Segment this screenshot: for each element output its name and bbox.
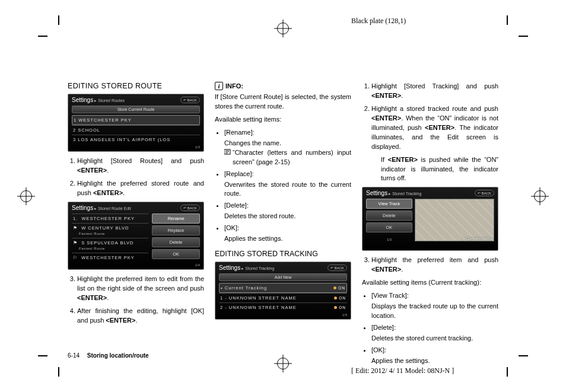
- bullet-item: [OK]: Applies the settings.: [371, 346, 498, 366]
- breadcrumb: ▸ Stored Tracking: [241, 266, 274, 270]
- registration-mark: [20, 190, 32, 202]
- section-title: Storing location/route: [87, 352, 149, 359]
- page-footer: 6-14 Storing location/route: [68, 352, 149, 359]
- page-number: 6-14: [68, 352, 80, 359]
- bullet-item: [View Track]: Displays the tracked route…: [371, 291, 498, 321]
- page-content: EDITING STORED ROUTE Settings ▸ Stored R…: [68, 82, 498, 355]
- list-item: ⚑ S SEPULVEDA BLVDFastest Route: [72, 238, 148, 253]
- list-item: 2 SCHOOL: [72, 125, 200, 135]
- column-2: i INFO: If [Store Current Route] is sele…: [215, 82, 351, 355]
- ok-button: OK: [152, 249, 200, 259]
- bullet-item: [Rename]: Changes the name. “Character (…: [224, 128, 351, 167]
- edit-info: [ Edit: 2012/ 4/ 11 Model: 08NJ-N ]: [351, 366, 454, 375]
- steps-list: Highlight the preferred item and push <E…: [362, 256, 498, 275]
- list-item: 1 WESTCHESTER PKY: [72, 115, 200, 125]
- step-item: Highlight a stored tracked route and pus…: [371, 104, 498, 184]
- bullet-list: [Rename]: Changes the name. “Character (…: [215, 128, 351, 244]
- bullet-list: [View Track]: Displays the tracked route…: [362, 291, 498, 366]
- crop-mark: [507, 15, 508, 25]
- list-item: 1. WESTCHESTER PKY: [72, 213, 148, 223]
- list-item: 3 LOS ANGELES INT'L AIRPORT (LOS: [72, 135, 200, 144]
- step-item: Highlight the preferred item to edit fro…: [77, 275, 204, 303]
- list-item: 2 - UNKNOWN STREET NAMEON: [219, 302, 347, 312]
- steps-list: Highlight [Stored Routes] and push <ENTE…: [68, 157, 204, 198]
- crop-mark: [507, 367, 508, 377]
- step-item: After finishing the editing, highlight […: [77, 307, 204, 326]
- bullet-item: [OK]: Applies the settings.: [224, 224, 351, 244]
- crop-mark: [519, 36, 528, 37]
- screen-title: Settings: [366, 190, 387, 196]
- crop-mark: [58, 367, 59, 377]
- crop-mark: [38, 355, 47, 356]
- screenshot-stored-routes: Settings ▸ Stored Routes ↶ BACK Store Cu…: [68, 94, 204, 152]
- info-body: If [Store Current Route] is selected, th…: [215, 93, 351, 111]
- available-label: Available setting items:: [215, 115, 351, 125]
- delete-button: Delete: [152, 237, 200, 247]
- delete-button: Delete: [366, 211, 412, 221]
- crop-mark: [38, 36, 47, 37]
- bullet-item: [Delete]: Deletes the stored route.: [224, 201, 351, 221]
- back-button: ↶ BACK: [180, 97, 200, 103]
- screenshot-stored-tracking-list: Settings ▸ Stored Tracking ↶ BACK Add Ne…: [215, 262, 351, 320]
- back-button: ↶ BACK: [180, 205, 200, 211]
- breadcrumb: ▸ Stored Route Edit: [94, 206, 131, 211]
- ok-button: OK: [366, 222, 412, 232]
- list-item: ⚑ W CENTURY BLVDFastest Route: [72, 223, 148, 238]
- registration-mark: [277, 358, 289, 369]
- screenshot-stored-route-edit: Settings ▸ Stored Route Edit ↶ BACK 1. W…: [68, 202, 204, 270]
- list-item: 1 - UNKNOWN STREET NAMEON: [219, 293, 347, 302]
- rename-button: Rename: [152, 213, 200, 224]
- heading-editing-stored-route: EDITING STORED ROUTE: [68, 82, 204, 90]
- screen-title: Settings: [219, 264, 240, 271]
- list-item: ⚐ WESTCHESTER PKY: [72, 253, 148, 262]
- info-label: INFO:: [225, 82, 243, 90]
- step-item: Highlight [Stored Routes] and push <ENTE…: [77, 157, 204, 176]
- step-item: Highlight the preferred stored route and…: [77, 179, 204, 198]
- screen-title: Settings: [72, 205, 93, 211]
- screen-page-indicator: 1/4: [72, 263, 200, 267]
- list-item: • Current TrackingON: [219, 283, 347, 293]
- step-item: Highlight the preferred item and push <E…: [371, 256, 498, 275]
- column-3: Highlight [Stored Tracking] and push <EN…: [362, 82, 498, 355]
- screen-page-indicator: 1/3: [366, 238, 412, 241]
- column-1: EDITING STORED ROUTE Settings ▸ Stored R…: [68, 82, 204, 355]
- available-label: Available setting items (Current trackin…: [362, 278, 498, 288]
- breadcrumb: ▸ Stored Routes: [94, 98, 125, 103]
- replace-button: Replace: [152, 225, 200, 235]
- steps-list: Highlight [Stored Tracking] and push <EN…: [362, 82, 498, 183]
- plate-label: Black plate (128,1): [351, 17, 406, 26]
- screen-page-indicator: 1/3: [72, 145, 200, 149]
- info-icon: i: [215, 82, 223, 90]
- step-item: Highlight [Stored Tracking] and push <EN…: [371, 82, 498, 101]
- view-track-button: View Track: [366, 199, 412, 209]
- steps-list: Highlight the preferred item to edit fro…: [68, 275, 204, 326]
- reference-icon: [224, 149, 231, 155]
- registration-mark: [534, 190, 546, 202]
- registration-mark: [277, 23, 289, 34]
- back-button: ↶ BACK: [327, 264, 347, 271]
- store-current-route-bar: Store Current Route: [72, 106, 200, 113]
- bullet-item: [Replace]: Overwrites the stored route t…: [224, 170, 351, 199]
- crop-mark: [58, 15, 59, 25]
- breadcrumb: ▸ Stored Tracking: [389, 192, 421, 196]
- add-new-bar: Add New: [219, 273, 347, 281]
- crop-mark: [519, 355, 528, 356]
- map-preview: [415, 199, 494, 241]
- bullet-item: [Delete]: Deletes the stored current tra…: [371, 323, 498, 343]
- heading-editing-stored-tracking: EDITING STORED TRACKING: [215, 250, 351, 258]
- screen-title: Settings: [72, 97, 93, 103]
- back-button: ↶ BACK: [475, 190, 494, 196]
- screenshot-stored-tracking-map: Settings ▸ Stored Tracking ↶ BACK View T…: [362, 187, 498, 251]
- screen-page-indicator: 1/3: [219, 313, 347, 317]
